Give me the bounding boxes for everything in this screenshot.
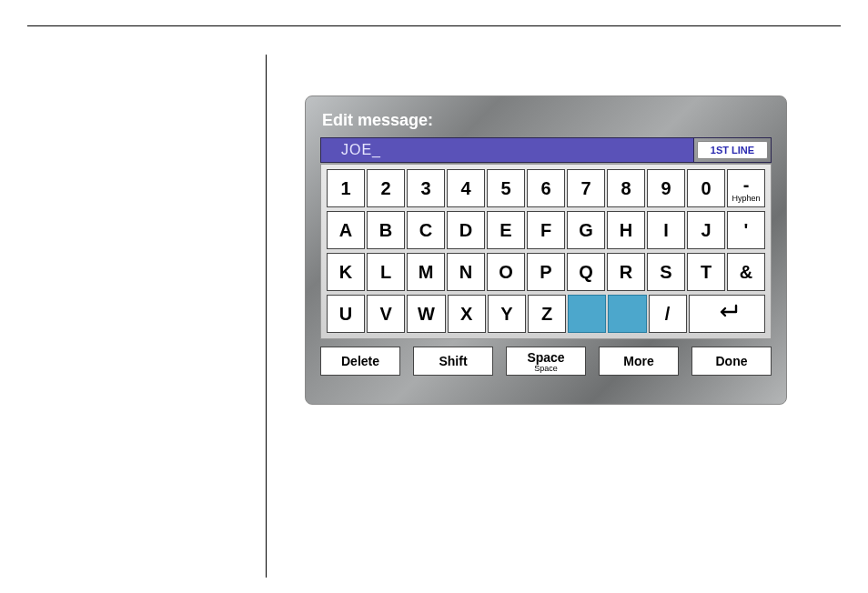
key-enter[interactable] (689, 295, 765, 333)
key-t[interactable]: T (687, 253, 725, 291)
message-input-bar: JOE_ 1ST LINE (320, 137, 772, 163)
key-f[interactable]: F (527, 211, 565, 249)
key-0[interactable]: 0 (687, 169, 725, 207)
more-button[interactable]: More (599, 347, 679, 376)
keyboard-row-3: K L M N O P Q R S T & (327, 253, 765, 291)
key-o[interactable]: O (487, 253, 525, 291)
key-b[interactable]: B (367, 211, 405, 249)
key-apostrophe[interactable]: ' (727, 211, 765, 249)
keyboard-panel: 1 2 3 4 5 6 7 8 9 0 - Hyphen A B C D (320, 164, 772, 339)
key-blank-1[interactable] (568, 295, 606, 333)
key-x[interactable]: X (448, 295, 486, 333)
key-slash[interactable]: / (649, 295, 687, 333)
shift-button[interactable]: Shift (413, 347, 493, 376)
key-4[interactable]: 4 (447, 169, 485, 207)
enter-icon (714, 302, 740, 326)
key-w[interactable]: W (407, 295, 445, 333)
key-7[interactable]: 7 (567, 169, 605, 207)
key-hyphen[interactable]: - Hyphen (727, 169, 765, 207)
key-1[interactable]: 1 (327, 169, 365, 207)
column-divider (266, 55, 267, 578)
key-v[interactable]: V (367, 295, 405, 333)
key-i[interactable]: I (647, 211, 685, 249)
space-button[interactable]: Space Space (506, 347, 586, 376)
keyboard-row-1: 1 2 3 4 5 6 7 8 9 0 - Hyphen (327, 169, 765, 207)
device-frame: Edit message: JOE_ 1ST LINE 1 2 3 4 5 6 … (305, 95, 787, 405)
key-q[interactable]: Q (567, 253, 605, 291)
key-blank-2[interactable] (608, 295, 646, 333)
key-h[interactable]: H (607, 211, 645, 249)
key-hyphen-sublabel: Hyphen (732, 195, 760, 203)
keyboard-row-4: U V W X Y Z / (327, 295, 765, 333)
key-j[interactable]: J (687, 211, 725, 249)
key-y[interactable]: Y (488, 295, 526, 333)
space-sublabel: Space (534, 365, 558, 373)
key-9[interactable]: 9 (647, 169, 685, 207)
key-e[interactable]: E (487, 211, 525, 249)
key-z[interactable]: Z (528, 295, 566, 333)
screen-title: Edit message: (322, 111, 773, 130)
key-r[interactable]: R (607, 253, 645, 291)
key-n[interactable]: N (447, 253, 485, 291)
key-g[interactable]: G (567, 211, 605, 249)
done-button[interactable]: Done (691, 347, 772, 376)
key-6[interactable]: 6 (527, 169, 565, 207)
key-u[interactable]: U (327, 295, 365, 333)
key-a[interactable]: A (327, 211, 365, 249)
key-3[interactable]: 3 (407, 169, 445, 207)
key-2[interactable]: 2 (367, 169, 405, 207)
delete-button[interactable]: Delete (320, 347, 400, 376)
key-c[interactable]: C (407, 211, 445, 249)
key-ampersand[interactable]: & (727, 253, 765, 291)
key-5[interactable]: 5 (487, 169, 525, 207)
key-s[interactable]: S (647, 253, 685, 291)
page-top-rule (27, 25, 841, 26)
key-8[interactable]: 8 (607, 169, 645, 207)
line-indicator-badge[interactable]: 1ST LINE (697, 141, 768, 159)
message-input[interactable]: JOE_ (321, 138, 694, 162)
keyboard-row-2: A B C D E F G H I J ' (327, 211, 765, 249)
key-d[interactable]: D (447, 211, 485, 249)
function-key-row: Delete Shift Space Space More Done (320, 347, 772, 376)
key-m[interactable]: M (407, 253, 445, 291)
key-l[interactable]: L (367, 253, 405, 291)
key-p[interactable]: P (527, 253, 565, 291)
key-k[interactable]: K (327, 253, 365, 291)
